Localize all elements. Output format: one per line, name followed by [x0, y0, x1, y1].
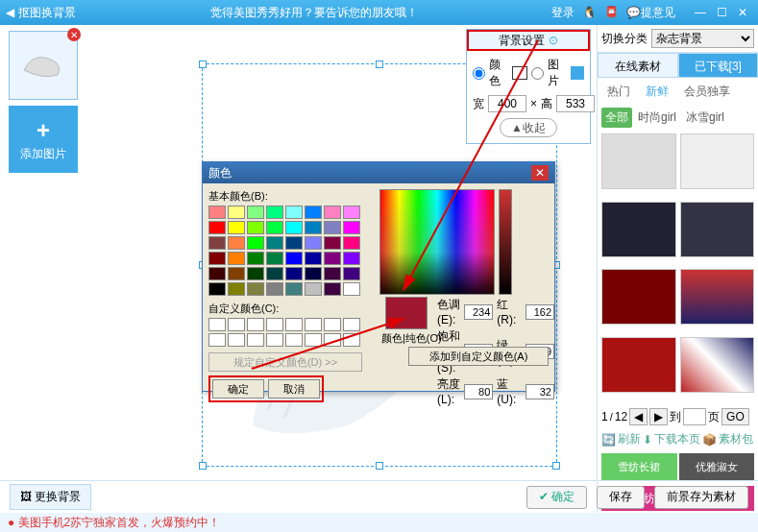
- back-icon[interactable]: ◀: [6, 6, 14, 19]
- minimize-icon[interactable]: —: [691, 6, 710, 19]
- pager-next[interactable]: ▶: [649, 408, 668, 425]
- basic-swatch[interactable]: [266, 221, 283, 234]
- bg-panel-header[interactable]: 背景设置 ⊙: [467, 30, 590, 51]
- dialog-close-icon[interactable]: ✕: [531, 165, 549, 181]
- basic-swatch[interactable]: [266, 236, 283, 250]
- material-item[interactable]: [601, 269, 676, 325]
- basic-swatch[interactable]: [343, 282, 360, 296]
- basic-swatch[interactable]: [228, 206, 245, 219]
- basic-swatch[interactable]: [324, 236, 341, 250]
- basic-swatch[interactable]: [208, 206, 226, 219]
- basic-swatch[interactable]: [305, 267, 322, 280]
- basic-swatch[interactable]: [343, 252, 360, 265]
- tag-button-1[interactable]: 雪纺长裙: [601, 453, 677, 480]
- ok-button[interactable]: 确定: [212, 379, 264, 399]
- basic-swatch[interactable]: [247, 282, 264, 296]
- basic-swatch[interactable]: [228, 236, 245, 250]
- image-thumbnail[interactable]: ✕: [9, 31, 78, 100]
- basic-swatch[interactable]: [208, 221, 226, 234]
- bg-image-radio[interactable]: [531, 67, 544, 80]
- luminance-slider[interactable]: [499, 189, 512, 295]
- custom-swatch[interactable]: [324, 333, 341, 347]
- cancel-button[interactable]: 取消: [268, 379, 320, 399]
- basic-swatch[interactable]: [228, 267, 245, 280]
- custom-swatch[interactable]: [343, 318, 360, 331]
- custom-swatch[interactable]: [208, 333, 226, 347]
- pager-go[interactable]: GO: [721, 408, 749, 425]
- basic-swatch[interactable]: [266, 282, 283, 296]
- custom-swatch[interactable]: [228, 333, 245, 347]
- collapse-button[interactable]: ▲收起: [500, 118, 557, 137]
- width-input[interactable]: [488, 95, 526, 112]
- custom-swatch[interactable]: [285, 318, 303, 331]
- basic-swatch[interactable]: [324, 267, 341, 280]
- basic-swatch[interactable]: [247, 206, 264, 219]
- resize-handle[interactable]: [199, 60, 207, 68]
- basic-swatch[interactable]: [324, 221, 341, 234]
- basic-swatch[interactable]: [247, 267, 264, 280]
- basic-swatch[interactable]: [305, 252, 322, 265]
- blue-input[interactable]: [526, 384, 554, 399]
- basic-swatch[interactable]: [208, 236, 226, 250]
- custom-swatch[interactable]: [247, 318, 264, 331]
- add-image-button[interactable]: + 添加图片: [9, 106, 78, 173]
- basic-swatch[interactable]: [305, 282, 322, 296]
- filter-ice[interactable]: 冰雪girl: [682, 108, 728, 128]
- change-bg-button[interactable]: 🖼 更换背景: [10, 484, 91, 510]
- resize-handle[interactable]: [376, 60, 383, 68]
- material-item[interactable]: [680, 133, 755, 189]
- basic-swatch[interactable]: [305, 221, 322, 234]
- basic-swatch[interactable]: [343, 236, 360, 250]
- pager-prev[interactable]: ◀: [629, 408, 648, 425]
- custom-swatch[interactable]: [247, 333, 264, 347]
- basic-swatch[interactable]: [208, 252, 226, 265]
- basic-swatch[interactable]: [285, 267, 303, 280]
- resize-handle[interactable]: [199, 462, 207, 470]
- save-fg-button[interactable]: 前景存为素材: [654, 486, 748, 509]
- basic-swatch[interactable]: [247, 236, 264, 250]
- remove-thumb-icon[interactable]: ✕: [67, 28, 81, 41]
- basic-swatch[interactable]: [343, 267, 360, 280]
- subtab-hot[interactable]: 热门: [601, 82, 636, 102]
- basic-swatch[interactable]: [247, 221, 264, 234]
- basic-swatch[interactable]: [228, 252, 245, 265]
- color-swatch[interactable]: [512, 66, 527, 80]
- basic-swatch[interactable]: [266, 206, 283, 219]
- custom-swatch[interactable]: [228, 318, 245, 331]
- basic-swatch[interactable]: [285, 252, 303, 265]
- confirm-button[interactable]: ✔ 确定: [526, 486, 587, 509]
- custom-swatch[interactable]: [266, 318, 283, 331]
- material-item[interactable]: [601, 337, 676, 393]
- custom-swatch[interactable]: [266, 333, 283, 347]
- tab-online[interactable]: 在线素材: [598, 53, 678, 78]
- basic-swatch[interactable]: [285, 282, 303, 296]
- qq-icon[interactable]: 🐧: [582, 6, 597, 19]
- maximize-icon[interactable]: ☐: [712, 6, 731, 19]
- basic-swatch[interactable]: [247, 252, 264, 265]
- filter-all[interactable]: 全部: [601, 108, 632, 128]
- hue-input[interactable]: [464, 304, 493, 320]
- resize-handle[interactable]: [552, 462, 560, 470]
- material-pack-link[interactable]: 📦素材包: [702, 431, 753, 447]
- material-item[interactable]: [601, 133, 676, 189]
- filter-fashion[interactable]: 时尚girl: [634, 108, 680, 128]
- feedback-link[interactable]: 💬提意见: [626, 5, 675, 21]
- custom-swatch[interactable]: [324, 318, 341, 331]
- login-link[interactable]: 登录: [551, 5, 575, 21]
- download-page-link[interactable]: ⬇下载本页: [643, 431, 700, 447]
- close-icon[interactable]: ✕: [733, 6, 752, 19]
- weibo-icon[interactable]: 📮: [604, 6, 619, 19]
- material-item[interactable]: [601, 202, 676, 257]
- basic-swatch[interactable]: [228, 282, 245, 296]
- subtab-fresh[interactable]: 新鲜: [640, 82, 674, 102]
- save-button[interactable]: 保存: [597, 486, 645, 509]
- bg-color-radio[interactable]: [473, 67, 485, 80]
- material-item[interactable]: [680, 269, 755, 325]
- basic-swatch[interactable]: [305, 206, 322, 219]
- basic-swatch[interactable]: [324, 282, 341, 296]
- subtab-vip[interactable]: 会员独享: [678, 82, 736, 102]
- height-input[interactable]: [556, 95, 595, 112]
- tag-button-2[interactable]: 优雅淑女: [679, 453, 755, 480]
- basic-swatch[interactable]: [228, 221, 245, 234]
- refresh-link[interactable]: 🔄刷新: [601, 431, 641, 447]
